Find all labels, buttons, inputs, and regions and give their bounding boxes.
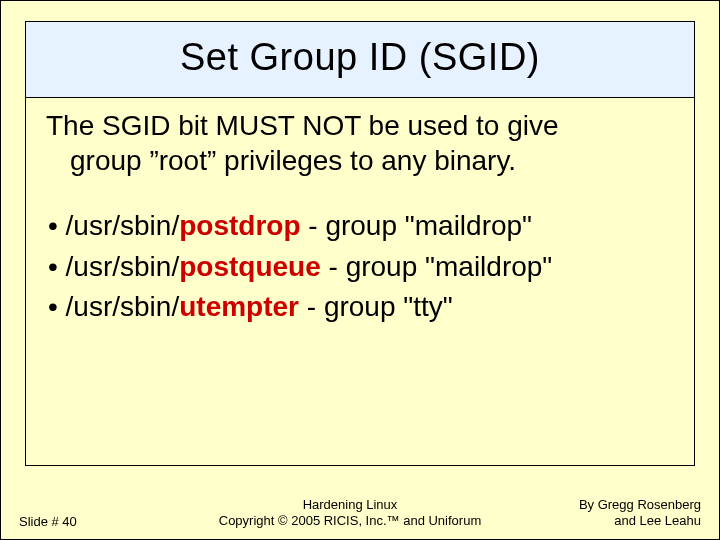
footer: Slide # 40 Hardening Linux Copyright © 2… xyxy=(1,497,719,530)
intro-line-1: The SGID bit MUST NOT be used to give xyxy=(46,110,559,141)
body-box: The SGID bit MUST NOT be used to give gr… xyxy=(25,98,695,466)
command-name: postdrop xyxy=(179,210,300,241)
path-suffix: - group "tty" xyxy=(299,291,453,322)
command-name: postqueue xyxy=(179,251,321,282)
slide-number: Slide # 40 xyxy=(19,514,77,529)
slide-title: Set Group ID (SGID) xyxy=(34,36,686,79)
command-name: utempter xyxy=(179,291,299,322)
slide: Set Group ID (SGID) The SGID bit MUST NO… xyxy=(0,0,720,540)
footer-center-line-2: Copyright © 2005 RICIS, Inc.™ and Unifor… xyxy=(169,513,531,529)
footer-author-line-2: and Lee Leahu xyxy=(531,513,701,529)
intro-line-2: group ”root” privileges to any binary. xyxy=(46,143,676,178)
path-prefix: /usr/sbin/ xyxy=(66,291,180,322)
intro-text: The SGID bit MUST NOT be used to give gr… xyxy=(44,108,676,178)
path-suffix: - group "maildrop" xyxy=(321,251,553,282)
footer-author-line-1: By Gregg Rosenberg xyxy=(531,497,701,513)
list-item: /usr/sbin/postqueue - group "maildrop" xyxy=(48,247,676,288)
path-prefix: /usr/sbin/ xyxy=(66,251,180,282)
list-item: /usr/sbin/postdrop - group "maildrop" xyxy=(48,206,676,247)
title-box: Set Group ID (SGID) xyxy=(25,21,695,98)
path-suffix: - group "maildrop" xyxy=(301,210,533,241)
bullet-list: /usr/sbin/postdrop - group "maildrop" /u… xyxy=(44,206,676,328)
footer-center-line-1: Hardening Linux xyxy=(169,497,531,513)
footer-center: Hardening Linux Copyright © 2005 RICIS, … xyxy=(169,497,531,530)
footer-left: Slide # 40 xyxy=(19,514,169,529)
path-prefix: /usr/sbin/ xyxy=(66,210,180,241)
footer-right: By Gregg Rosenberg and Lee Leahu xyxy=(531,497,701,530)
list-item: /usr/sbin/utempter - group "tty" xyxy=(48,287,676,328)
